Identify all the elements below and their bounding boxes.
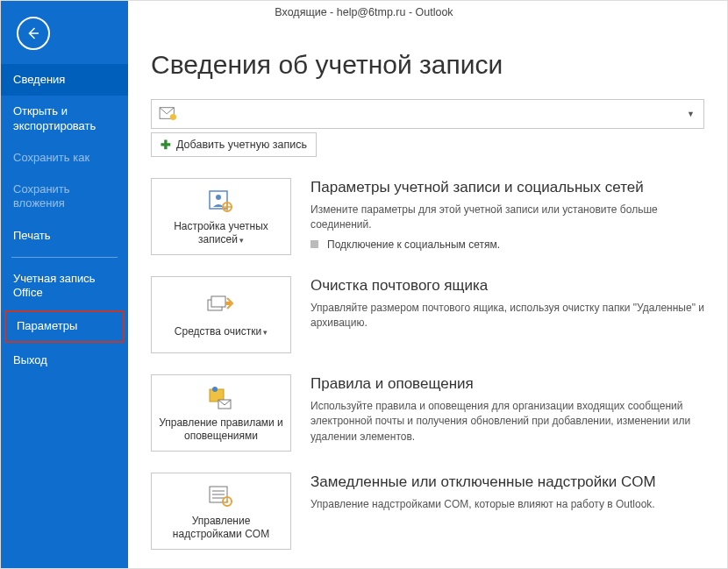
- tile-label: Средства очистки▾: [175, 325, 268, 338]
- social-connect-row[interactable]: Подключение к социальным сетям.: [310, 238, 704, 251]
- tile-label: Настройка учетных записей▾: [157, 220, 285, 246]
- square-bullet-icon: [310, 240, 318, 248]
- tile-label: Управление правилами и оповещениями: [157, 416, 285, 443]
- rules-icon: [206, 385, 236, 411]
- section-heading: Замедленные или отключенные надстройки C…: [310, 473, 704, 492]
- section-body: Замедленные или отключенные надстройки C…: [310, 473, 704, 512]
- svg-point-3: [216, 195, 221, 200]
- sidebar-item-exit[interactable]: Выход: [1, 345, 128, 376]
- section-heading: Правила и оповещения: [310, 374, 704, 394]
- tile-rules-alerts[interactable]: Управление правилами и оповещениями: [151, 374, 291, 452]
- sidebar-item-save-as: Сохранить как: [1, 142, 128, 174]
- sidebar-separator: [11, 257, 118, 258]
- section-account-settings: Настройка учетных записей▾ Параметры уче…: [151, 178, 704, 255]
- sidebar-item-open-export[interactable]: Открыть и экспортировать: [1, 96, 128, 142]
- content-area: Сведения об учетной записи ▼ ✚ Добавить …: [128, 1, 727, 568]
- tile-com-addins[interactable]: Управление надстройками COM: [151, 473, 291, 550]
- sidebar-item-info[interactable]: Сведения: [1, 64, 128, 96]
- section-desc: Управление надстройками COM, которые вли…: [310, 497, 704, 512]
- sidebar-item-options[interactable]: Параметры: [4, 310, 125, 342]
- tile-cleanup-tools[interactable]: Средства очистки▾: [151, 276, 291, 353]
- account-dropdown[interactable]: ▼: [151, 99, 704, 129]
- tile-label: Управление надстройками COM: [157, 515, 285, 541]
- section-desc: Управляйте размером почтового ящика, исп…: [310, 301, 704, 331]
- svg-point-1: [170, 113, 176, 119]
- tile-account-settings[interactable]: Настройка учетных записей▾: [151, 178, 291, 255]
- section-desc: Измените параметры для этой учетной запи…: [310, 203, 704, 233]
- addins-icon: [206, 483, 236, 509]
- section-com-addins: Управление надстройками COM Замедленные …: [151, 473, 704, 550]
- section-heading: Очистка почтового ящика: [310, 276, 704, 295]
- svg-point-10: [212, 387, 218, 392]
- user-settings-icon: [206, 188, 236, 215]
- svg-rect-7: [225, 302, 231, 305]
- sidebar-item-office-account[interactable]: Учетная запись Office: [1, 263, 128, 309]
- section-body: Правила и оповещения Используйте правила…: [310, 374, 704, 445]
- backstage-sidebar: Сведения Открыть и экспортировать Сохран…: [1, 1, 128, 568]
- cleanup-icon: [206, 294, 236, 320]
- sidebar-item-save-attachments: Сохранить вложения: [1, 174, 128, 220]
- back-button[interactable]: [17, 17, 50, 50]
- svg-point-16: [226, 501, 229, 503]
- section-cleanup: Средства очистки▾ Очистка почтового ящик…: [151, 276, 704, 353]
- svg-rect-6: [211, 296, 225, 307]
- section-heading: Параметры учетной записи и социальных се…: [310, 178, 704, 197]
- plus-icon: ✚: [161, 138, 171, 152]
- section-desc: Используйте правила и оповещения для орг…: [310, 399, 704, 445]
- section-body: Очистка почтового ящика Управляйте разме…: [310, 276, 704, 331]
- add-account-button[interactable]: ✚ Добавить учетную запись: [151, 132, 317, 157]
- mail-icon: [159, 105, 178, 124]
- chevron-down-icon: ▼: [687, 110, 695, 118]
- section-body: Параметры учетной записи и социальных се…: [310, 178, 704, 251]
- app-window: Входящие - help@6tmp.ru - Outlook Сведен…: [0, 0, 728, 569]
- arrow-left-icon: [25, 25, 41, 41]
- page-title: Сведения об учетной записи: [151, 50, 704, 80]
- section-rules: Управление правилами и оповещениями Прав…: [151, 374, 704, 452]
- sidebar-item-print[interactable]: Печать: [1, 220, 128, 252]
